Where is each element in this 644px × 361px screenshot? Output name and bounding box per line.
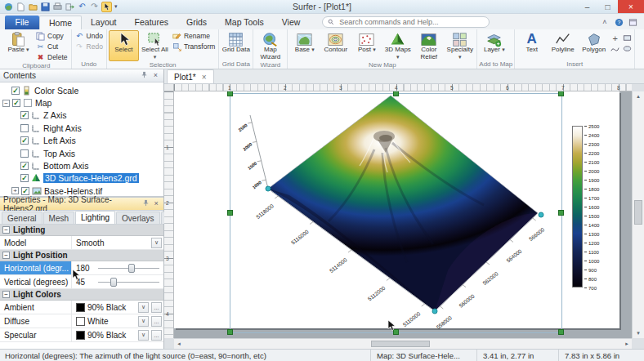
tab-layout[interactable]: Layout bbox=[82, 16, 126, 29]
selection-handle[interactable] bbox=[558, 210, 564, 216]
search-box[interactable] bbox=[322, 16, 490, 28]
properties-tab-mesh[interactable]: Mesh bbox=[43, 212, 74, 224]
ellipse-icon[interactable] bbox=[622, 44, 633, 53]
specular-more-button[interactable]: ... bbox=[151, 330, 162, 341]
spline-icon[interactable] bbox=[610, 44, 620, 53]
pin-icon[interactable] bbox=[140, 71, 149, 81]
ambient-color-swatch[interactable] bbox=[76, 303, 85, 312]
properties-tab-lighting[interactable]: Lighting bbox=[75, 211, 115, 224]
tree-item-top-axis[interactable]: Top Axis bbox=[0, 147, 163, 159]
app-icon[interactable] bbox=[3, 2, 14, 12]
visibility-checkbox[interactable]: ✓ bbox=[12, 99, 20, 107]
horizontal-scrollbar[interactable]: ◂ ▸ bbox=[174, 338, 632, 349]
horizontal-degrees-slider[interactable] bbox=[98, 261, 159, 274]
select-button[interactable]: Select bbox=[109, 30, 139, 61]
scroll-right-icon[interactable]: ▸ bbox=[622, 339, 632, 349]
contour-button[interactable]: Contour bbox=[320, 30, 351, 61]
slider-thumb[interactable] bbox=[110, 278, 117, 287]
3d-maps-button[interactable]: 3D Maps ▾ bbox=[382, 30, 413, 61]
collapse-icon[interactable]: − bbox=[2, 226, 10, 234]
tree-item-bottom-axis[interactable]: ✓Bottom Axis bbox=[0, 159, 163, 172]
collapse-icon[interactable]: − bbox=[2, 100, 10, 107]
delete-button[interactable]: ✖Delete bbox=[34, 52, 69, 62]
search-input[interactable] bbox=[338, 17, 484, 27]
selection-handle[interactable] bbox=[227, 329, 233, 335]
rectangle-icon[interactable] bbox=[622, 33, 633, 42]
slider-thumb[interactable] bbox=[128, 264, 135, 273]
visibility-checkbox[interactable]: ✓ bbox=[20, 162, 29, 170]
vertical-degrees-slider[interactable] bbox=[98, 275, 159, 288]
selection-handle[interactable] bbox=[227, 210, 233, 216]
export-icon[interactable] bbox=[65, 2, 75, 12]
cut-button[interactable]: ✂Cut bbox=[34, 42, 69, 51]
window-icon[interactable] bbox=[628, 17, 637, 27]
model-dropdown[interactable]: ∨ bbox=[151, 238, 162, 248]
map-wizard-button[interactable]: Map Wizard bbox=[255, 30, 285, 61]
polyline-button[interactable]: Polyline bbox=[548, 30, 578, 60]
specular-label[interactable]: Specular bbox=[0, 328, 72, 341]
layer-button[interactable]: Layer ▾ bbox=[479, 30, 509, 60]
color-relief-button[interactable]: Color Relief bbox=[414, 30, 444, 61]
scroll-up-icon[interactable]: ▴ bbox=[633, 91, 644, 101]
visibility-checkbox[interactable]: ✓ bbox=[21, 187, 29, 195]
symbol-icon[interactable]: + bbox=[610, 33, 620, 42]
minimize-button[interactable]: – bbox=[577, 0, 597, 13]
diffuse-more-button[interactable]: ... bbox=[151, 316, 162, 327]
vertical-degrees-label[interactable]: Vertical (degrees) bbox=[0, 275, 72, 288]
expand-icon[interactable]: + bbox=[11, 187, 19, 194]
diffuse-label[interactable]: Diffuse bbox=[0, 314, 72, 328]
tree-item-map[interactable]: −✓Map bbox=[0, 96, 163, 109]
selection-handle[interactable] bbox=[558, 329, 564, 335]
select-all-button[interactable]: Select All ▾ bbox=[140, 30, 170, 61]
plot-canvas[interactable]: 51180005116000511400051120005110000 5580… bbox=[174, 91, 632, 338]
collapse-icon[interactable]: − bbox=[2, 252, 10, 259]
specialty-button[interactable]: Specialty ▾ bbox=[445, 30, 475, 61]
paste-button[interactable]: Paste ▾ bbox=[3, 30, 34, 62]
undo-button[interactable]: ↶Undo bbox=[74, 31, 105, 41]
redo-button[interactable]: ↷Redo bbox=[74, 42, 105, 51]
tab-view[interactable]: View bbox=[273, 16, 310, 29]
tree-item-left-axis[interactable]: ✓Left Axis bbox=[0, 135, 163, 147]
tree-item-color-scale[interactable]: ✓Color Scale bbox=[0, 84, 163, 96]
save-icon[interactable] bbox=[40, 2, 51, 12]
tab-map-tools[interactable]: Map Tools bbox=[216, 16, 273, 29]
selection-handle[interactable] bbox=[558, 91, 564, 96]
vertical-scrollbar[interactable]: ▴ ▾ bbox=[632, 91, 644, 338]
scroll-down-icon[interactable]: ▾ bbox=[633, 328, 644, 338]
close-panel-icon[interactable]: × bbox=[152, 199, 160, 208]
properties-tab-general[interactable]: General bbox=[2, 212, 42, 224]
tree-item-right-axis[interactable]: Right Axis bbox=[0, 122, 163, 134]
tab-features[interactable]: Features bbox=[126, 16, 177, 29]
visibility-checkbox[interactable] bbox=[20, 124, 29, 132]
diffuse-color-swatch[interactable] bbox=[76, 317, 85, 326]
visibility-checkbox[interactable] bbox=[20, 149, 29, 158]
rename-button[interactable]: Rename bbox=[171, 31, 217, 41]
diffuse-dropdown[interactable]: ∨ bbox=[138, 316, 149, 327]
properties-tab-overlays[interactable]: Overlays bbox=[116, 212, 159, 224]
tab-file[interactable]: File bbox=[5, 16, 39, 29]
scroll-left-icon[interactable]: ◂ bbox=[174, 339, 184, 349]
close-button[interactable]: × bbox=[618, 0, 644, 13]
ambient-label[interactable]: Ambient bbox=[0, 301, 72, 314]
print-icon[interactable] bbox=[52, 2, 63, 12]
horizontal-degrees-label[interactable]: Horizontal (degr... bbox=[0, 261, 72, 274]
qat-customize-icon[interactable]: ▾ bbox=[112, 3, 120, 10]
base-button[interactable]: Base ▾ bbox=[289, 30, 320, 61]
close-tab-icon[interactable]: × bbox=[202, 73, 207, 82]
section-light-colors[interactable]: −Light Colors bbox=[0, 289, 163, 301]
section-light-position[interactable]: −Light Position bbox=[0, 250, 163, 261]
new-icon[interactable] bbox=[16, 2, 26, 12]
visibility-checkbox[interactable]: ✓ bbox=[11, 87, 20, 95]
selection-handle[interactable] bbox=[393, 91, 399, 96]
color-scale[interactable]: 2500240023002200210020001900180017001600… bbox=[572, 126, 615, 289]
close-panel-icon[interactable]: × bbox=[151, 71, 160, 80]
ambient-more-button[interactable]: ... bbox=[151, 302, 162, 313]
specular-color-swatch[interactable] bbox=[76, 331, 85, 340]
tab-grids[interactable]: Grids bbox=[177, 16, 216, 29]
ambient-dropdown[interactable]: ∨ bbox=[138, 302, 149, 313]
copy-button[interactable]: Copy bbox=[34, 31, 69, 41]
selection-box[interactable] bbox=[230, 93, 562, 333]
polygon-button[interactable]: Polygon bbox=[579, 30, 609, 60]
undo-icon[interactable]: ↶ bbox=[77, 2, 87, 12]
collapse-icon[interactable]: − bbox=[2, 291, 10, 298]
